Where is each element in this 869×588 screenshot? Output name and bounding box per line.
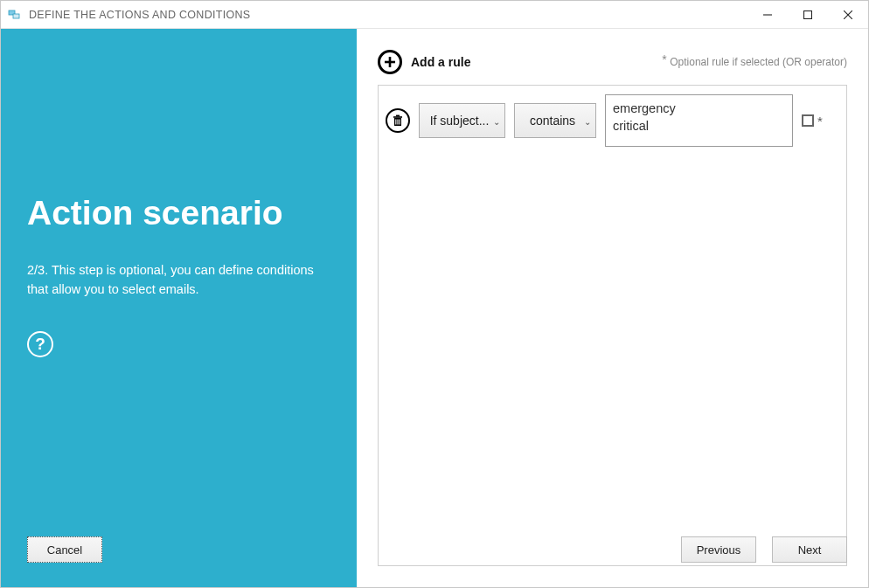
- next-button[interactable]: Next: [772, 536, 847, 563]
- add-rule-button[interactable]: Add a rule: [378, 50, 470, 74]
- rule-field-select[interactable]: If subject... ⌄: [419, 103, 505, 138]
- add-rule-label: Add a rule: [411, 55, 470, 69]
- page-description: 2/3. This step is optional, you can defi…: [27, 260, 316, 300]
- rule-value-input[interactable]: [605, 94, 793, 147]
- minimize-button[interactable]: [747, 1, 788, 28]
- svg-rect-13: [396, 115, 400, 117]
- rule-operator-select[interactable]: contains ⌄: [514, 103, 596, 138]
- svg-rect-3: [804, 10, 812, 18]
- optional-hint-text: Optional rule if selected (OR operator): [670, 56, 847, 68]
- rule-optional-marker: *: [817, 114, 823, 128]
- svg-rect-10: [397, 120, 398, 125]
- svg-rect-1: [13, 14, 19, 18]
- nav-buttons: Previous Next: [681, 536, 847, 563]
- window-controls: [747, 1, 868, 28]
- plus-icon: [378, 50, 402, 74]
- checkbox-icon: [802, 114, 814, 127]
- optional-hint: * Optional rule if selected (OR operator…: [662, 56, 847, 68]
- delete-rule-button[interactable]: [386, 108, 410, 133]
- chevron-down-icon: ⌄: [584, 117, 591, 127]
- help-icon[interactable]: ?: [27, 331, 53, 357]
- rule-optional-checkbox[interactable]: *: [802, 114, 823, 128]
- main-panel: Add a rule * Optional rule if selected (…: [357, 29, 868, 587]
- svg-rect-9: [395, 120, 396, 125]
- rule-operator-label: contains: [530, 114, 575, 128]
- cancel-button[interactable]: Cancel: [27, 536, 102, 563]
- rule-field-label: If subject...: [430, 114, 490, 128]
- svg-rect-11: [400, 120, 400, 125]
- rule-row: If subject... ⌄ contains ⌄ *: [386, 94, 839, 147]
- asterisk-icon: *: [662, 52, 666, 66]
- sidebar: Action scenario 2/3. This step is option…: [1, 29, 357, 587]
- rules-panel[interactable]: If subject... ⌄ contains ⌄ *: [378, 85, 847, 566]
- svg-rect-12: [393, 116, 402, 118]
- content-area: Action scenario 2/3. This step is option…: [1, 29, 868, 587]
- rules-top-row: Add a rule * Optional rule if selected (…: [378, 50, 847, 74]
- title-bar: DEFINE THE ACTIONS AND CONDITIONS: [1, 1, 868, 29]
- chevron-down-icon: ⌄: [493, 117, 500, 127]
- app-icon: [8, 8, 22, 22]
- window-title: DEFINE THE ACTIONS AND CONDITIONS: [29, 9, 250, 21]
- close-button[interactable]: [828, 1, 868, 28]
- help-icon-glyph: ?: [35, 335, 45, 354]
- page-heading: Action scenario: [27, 195, 330, 232]
- previous-button[interactable]: Previous: [681, 536, 756, 563]
- maximize-button[interactable]: [788, 1, 828, 28]
